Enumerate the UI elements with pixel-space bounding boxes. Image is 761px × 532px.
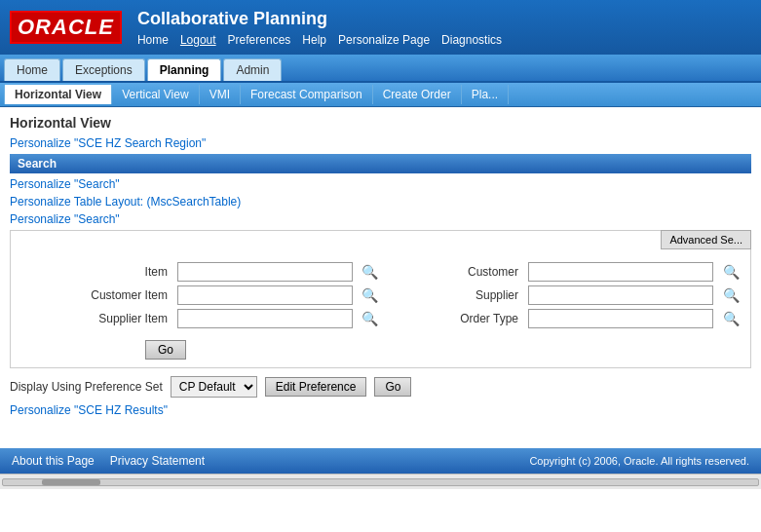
search-grid: Item 🔍 Customer 🔍 Customer Item 🔍 Suppli… [19,262,742,328]
personalize-search-link1[interactable]: Personalize "Search" [10,177,751,191]
customer-input[interactable] [528,262,713,282]
supplier-item-label: Supplier Item [19,312,171,325]
supplier-input[interactable] [528,285,713,305]
customer-item-input[interactable] [177,285,353,305]
supplier-label: Supplier [388,288,522,302]
nav-diagnostics[interactable]: Diagnostics [441,33,502,47]
header-right: Collaborative Planning Home Logout Prefe… [137,9,502,47]
content-area: Horizontal View Personalize "SCE HZ Sear… [0,107,761,429]
preference-label: Display Using Preference Set [10,380,163,394]
nav-logout[interactable]: Logout [180,33,216,47]
order-type-search-icon[interactable]: 🔍 [719,311,742,326]
nav-preferences[interactable]: Preferences [228,33,291,47]
item-label: Item [19,265,171,279]
scrollbar-thumb[interactable] [42,479,100,485]
nav-personalize-page[interactable]: Personalize Page [338,33,430,47]
item-input[interactable] [177,262,353,282]
preference-select[interactable]: CP Default [171,376,257,398]
sub-nav: Horizontal View Vertical View VMI Foreca… [0,83,761,107]
search-area: Advanced Se... Item 🔍 Customer 🔍 Custome… [10,230,751,368]
supplier-search-icon[interactable]: 🔍 [719,287,742,303]
edit-preference-button[interactable]: Edit Preference [265,377,367,397]
search-header: Search [10,154,751,173]
tab-exceptions[interactable]: Exceptions [62,58,145,81]
footer-copyright: Copyright (c) 2006, Oracle. All rights r… [529,455,749,467]
customer-item-search-icon[interactable]: 🔍 [359,287,382,303]
subnav-forecast-comparison[interactable]: Forecast Comparison [241,85,373,104]
customer-search-icon[interactable]: 🔍 [719,264,742,280]
subnav-vmi[interactable]: VMI [200,85,241,104]
preference-go-button[interactable]: Go [374,377,411,397]
personalize-table-link[interactable]: Personalize Table Layout: (MscSearchTabl… [10,195,751,209]
subnav-vertical-view[interactable]: Vertical View [112,85,199,104]
subnav-create-order[interactable]: Create Order [373,85,462,104]
personalize-region-link[interactable]: Personalize "SCE HZ Search Region" [10,136,751,150]
supplier-item-search-icon[interactable]: 🔍 [359,311,382,326]
search-go-button[interactable]: Go [145,340,186,360]
tab-planning[interactable]: Planning [147,58,222,81]
horizontal-scrollbar[interactable] [0,474,761,489]
footer-privacy-link[interactable]: Privacy Statement [110,454,205,468]
advanced-search-button[interactable]: Advanced Se... [661,230,751,249]
footer-about-link[interactable]: About this Page [12,454,95,468]
supplier-item-input[interactable] [177,309,353,328]
tab-home[interactable]: Home [4,58,60,81]
customer-item-label: Customer Item [19,288,171,302]
footer-links: About this Page Privacy Statement [12,454,205,468]
header-nav: Home Logout Preferences Help Personalize… [137,33,502,47]
main-tabs: Home Exceptions Planning Admin [0,55,761,83]
customer-label: Customer [388,265,522,279]
nav-home[interactable]: Home [137,33,169,47]
order-type-input[interactable] [528,309,713,328]
preference-row: Display Using Preference Set CP Default … [10,376,751,398]
scrollbar-track[interactable] [2,478,759,486]
oracle-logo: ORACLE [10,11,122,44]
tab-admin[interactable]: Admin [223,58,282,81]
subnav-horizontal-view[interactable]: Horizontal View [4,85,112,104]
personalize-results-link[interactable]: Personalize "SCE HZ Results" [10,403,751,417]
header: ORACLE Collaborative Planning Home Logou… [0,0,761,55]
nav-help[interactable]: Help [302,33,326,47]
personalize-search-link2[interactable]: Personalize "Search" [10,212,751,226]
item-search-icon[interactable]: 🔍 [359,264,382,280]
page-title: Horizontal View [10,115,751,131]
subnav-pla[interactable]: Pla... [462,85,509,104]
app-title: Collaborative Planning [137,9,502,29]
order-type-label: Order Type [388,312,522,325]
footer: About this Page Privacy Statement Copyri… [0,448,761,474]
